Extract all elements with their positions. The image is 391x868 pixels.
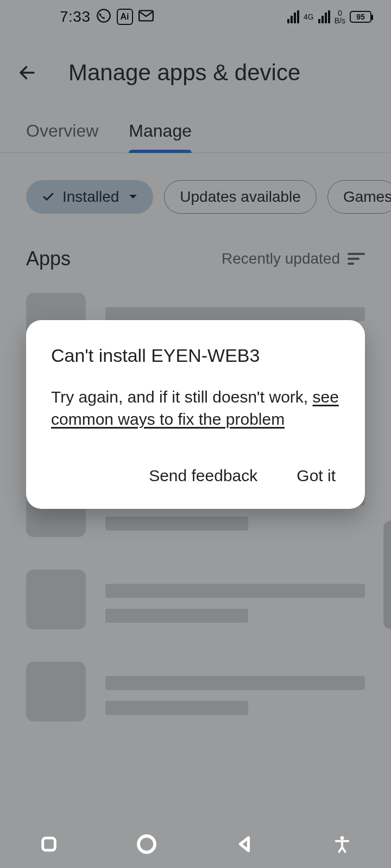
nav-accessibility-button[interactable]: [328, 830, 356, 858]
dialog-body: Try again, and if it still doesn't work,…: [51, 386, 340, 431]
send-feedback-button[interactable]: Send feedback: [144, 461, 262, 490]
person-icon: [333, 835, 351, 853]
got-it-button[interactable]: Got it: [292, 461, 340, 490]
triangle-back-icon: [235, 834, 254, 854]
screen: 7:33 Ai 4G 0 B/s 95 Manage apps &: [0, 0, 391, 868]
nav-back-button[interactable]: [230, 830, 258, 858]
error-dialog: Can't install EYEN-WEB3 Try again, and i…: [26, 320, 365, 509]
square-icon: [40, 835, 58, 853]
nav-home-button[interactable]: [133, 830, 161, 858]
dialog-actions: Send feedback Got it: [51, 461, 340, 490]
svg-point-4: [340, 836, 344, 840]
svg-point-3: [138, 836, 155, 852]
dialog-body-text: Try again, and if it still doesn't work,: [51, 388, 312, 406]
system-navbar: [0, 820, 391, 868]
dialog-title: Can't install EYEN-WEB3: [51, 345, 340, 366]
circle-icon: [136, 833, 157, 855]
svg-rect-2: [43, 838, 55, 851]
nav-recent-button[interactable]: [35, 830, 63, 858]
